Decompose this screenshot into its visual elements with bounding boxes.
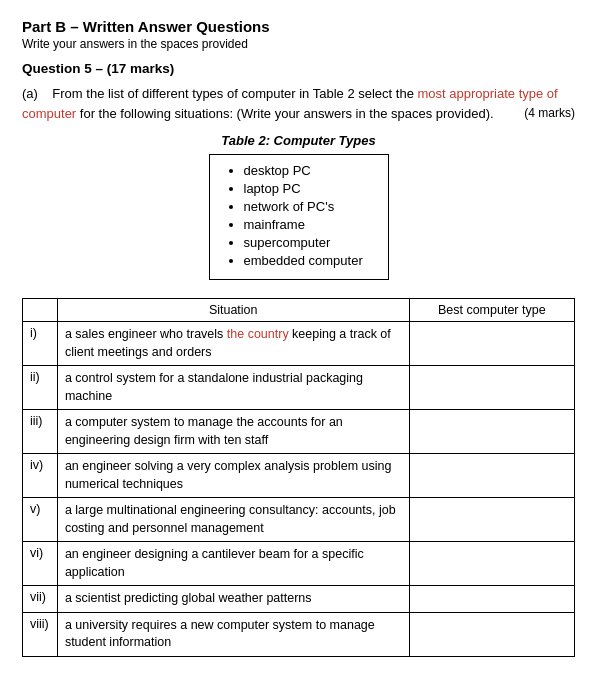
row-roman: iv) xyxy=(23,454,58,498)
table-row: v) a large multinational engineering con… xyxy=(23,498,575,542)
list-item: mainframe xyxy=(244,217,364,232)
row-situation: an engineer designing a cantilever beam … xyxy=(57,542,409,586)
row-situation: a computer system to manage the accounts… xyxy=(57,410,409,454)
row-situation: a university requires a new computer sys… xyxy=(57,612,409,656)
list-item: network of PC's xyxy=(244,199,364,214)
row-answer xyxy=(409,366,574,410)
row-situation: a control system for a standalone indust… xyxy=(57,366,409,410)
list-item: desktop PC xyxy=(244,163,364,178)
question-marks: (4 marks) xyxy=(524,104,575,122)
table-row: i) a sales engineer who travels the coun… xyxy=(23,322,575,366)
list-item: embedded computer xyxy=(244,253,364,268)
row-roman: vi) xyxy=(23,542,58,586)
row-roman: iii) xyxy=(23,410,58,454)
list-item: laptop PC xyxy=(244,181,364,196)
row-roman: vii) xyxy=(23,586,58,613)
col-header-blank xyxy=(23,299,58,322)
row-answer xyxy=(409,612,574,656)
part-subtitle: Write your answers in the spaces provide… xyxy=(22,37,575,51)
question-body-middle: for the following situations: (Write you… xyxy=(76,106,493,121)
question-text: (a) From the list of different types of … xyxy=(22,84,575,123)
row-roman: viii) xyxy=(23,612,58,656)
part-title: Part B – Written Answer Questions xyxy=(22,18,575,35)
col-header-best-computer: Best computer type xyxy=(409,299,574,322)
table2-box: desktop PC laptop PC network of PC's mai… xyxy=(209,154,389,280)
question-label: (a) xyxy=(22,86,38,101)
row-situation: an engineer solving a very complex analy… xyxy=(57,454,409,498)
main-table: Situation Best computer type i) a sales … xyxy=(22,298,575,657)
row-answer xyxy=(409,586,574,613)
row-answer xyxy=(409,322,574,366)
row-roman: v) xyxy=(23,498,58,542)
row-roman: ii) xyxy=(23,366,58,410)
row-answer xyxy=(409,498,574,542)
table2-container: Table 2: Computer Types desktop PC lapto… xyxy=(22,133,575,280)
row-roman: i) xyxy=(23,322,58,366)
row-answer xyxy=(409,454,574,498)
table-row: viii) a university requires a new comput… xyxy=(23,612,575,656)
row-situation: a large multinational engineering consul… xyxy=(57,498,409,542)
table-row: vii) a scientist predicting global weath… xyxy=(23,586,575,613)
table-row: ii) a control system for a standalone in… xyxy=(23,366,575,410)
table2-list: desktop PC laptop PC network of PC's mai… xyxy=(226,163,364,268)
row-answer xyxy=(409,542,574,586)
question-body-before: From the list of different types of comp… xyxy=(52,86,417,101)
row-answer xyxy=(409,410,574,454)
row-situation: a sales engineer who travels the country… xyxy=(57,322,409,366)
col-header-situation: Situation xyxy=(57,299,409,322)
row-situation: a scientist predicting global weather pa… xyxy=(57,586,409,613)
table-row: iv) an engineer solving a very complex a… xyxy=(23,454,575,498)
list-item: supercomputer xyxy=(244,235,364,250)
table2-title: Table 2: Computer Types xyxy=(221,133,375,148)
question-title: Question 5 – (17 marks) xyxy=(22,61,575,76)
table-row: vi) an engineer designing a cantilever b… xyxy=(23,542,575,586)
table-row: iii) a computer system to manage the acc… xyxy=(23,410,575,454)
